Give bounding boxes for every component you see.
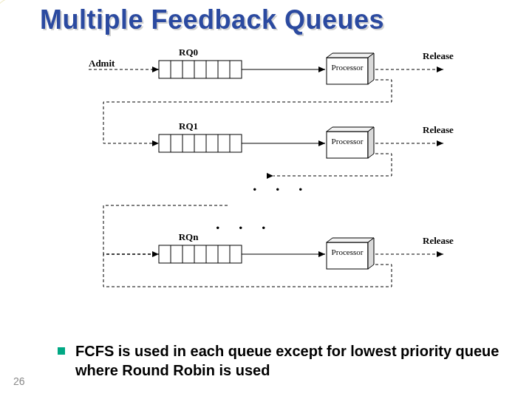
ellipsis-top: . . . [253,176,310,194]
release-label-n: Release [423,235,454,246]
queue-label-rqn: RQn [179,231,200,242]
bullet-text: FCFS is used in each queue except for lo… [75,341,510,380]
mfq-diagram: Admit RQ0 Processor Release RQ1 Processo… [81,44,466,325]
slide-title: Multiple Feedback Queues [40,4,384,35]
processor-label-0: Processor [332,63,364,72]
queue-rq0 [159,61,242,78]
bullet-icon [58,347,65,355]
bullet-row: FCFS is used in each queue except for lo… [58,341,510,380]
decorative-curve-inner [0,0,37,307]
ellipsis-bottom: . . . [216,214,273,233]
queue-label-rq1: RQ1 [179,120,198,132]
slide-number: 26 [13,375,25,387]
decorative-curve [0,0,44,303]
release-label-0: Release [423,50,454,61]
processor-label-n: Processor [332,248,364,256]
queue-label-rq0: RQ0 [179,47,198,58]
release-label-1: Release [423,124,454,135]
queue-rq1 [159,134,242,152]
admit-label: Admit [89,58,115,69]
queue-rqn [159,245,242,263]
processor-label-1: Processor [332,137,364,146]
